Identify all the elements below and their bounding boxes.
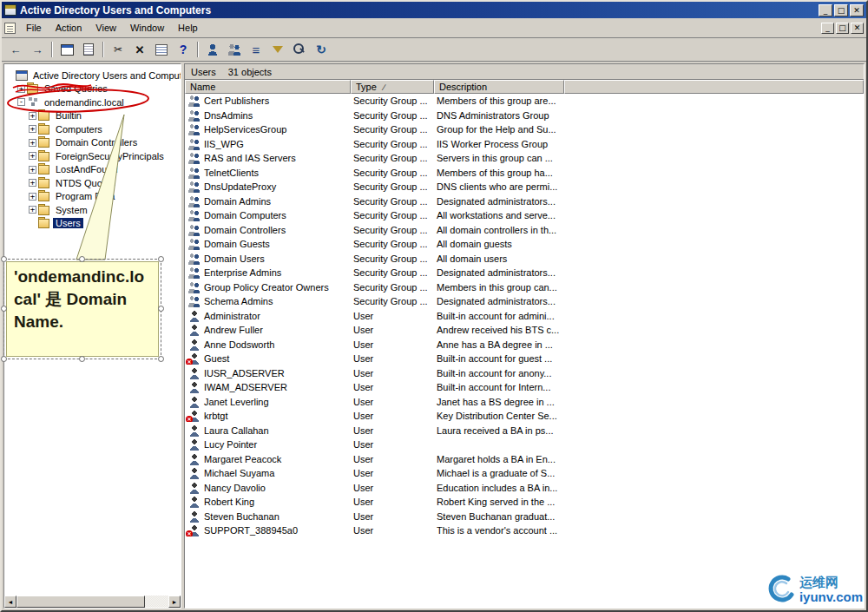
expand-toggle[interactable]: + [29, 152, 36, 160]
list-row-ras-and-ias-servers[interactable]: RAS and IAS Servers Security Group ... S… [185, 151, 864, 166]
list-row-lucy-pointer[interactable]: Lucy Pointer User [185, 438, 864, 452]
help-button[interactable] [173, 40, 194, 60]
list-row-robert-king[interactable]: Robert King User Robert King served in t… [185, 495, 864, 510]
tree-item-ntds-quotas[interactable]: + NTDS Quotas [4, 176, 181, 190]
column-header-description[interactable]: Description [434, 80, 564, 94]
refresh-button[interactable] [311, 40, 332, 60]
back-button[interactable] [5, 40, 26, 60]
list-row-steven-buchanan[interactable]: Steven Buchanan User Steven Buchanan gra… [185, 510, 864, 524]
tree-item-domain-controllers[interactable]: + Domain Controllers [4, 136, 181, 150]
expand-toggle[interactable]: + [29, 112, 36, 120]
menu-view[interactable]: View [89, 20, 123, 36]
cut-button[interactable] [108, 40, 128, 60]
scroll-right-button[interactable]: ► [168, 596, 181, 608]
column-header-type[interactable]: Type ∕ [351, 80, 434, 94]
row-type: Security Group ... [351, 196, 434, 207]
row-name: Schema Admins [204, 296, 273, 306]
list-row-krbtgt[interactable]: krbtgt User Key Distribution Center Se..… [185, 409, 864, 424]
list-row-anne-dodsworth[interactable]: Anne Dodsworth User Anne has a BA degree… [185, 338, 864, 352]
expand-toggle[interactable]: + [29, 125, 36, 133]
scroll-left-button[interactable]: ◄ [4, 596, 16, 608]
row-type: User [351, 425, 434, 436]
list-row-andrew-fuller[interactable]: Andrew Fuller User Andrew received his B… [185, 323, 864, 338]
folder-icon [38, 110, 50, 121]
row-description: All domain users [434, 253, 864, 264]
row-type: Security Group ... [351, 253, 434, 264]
list-row-margaret-peacock[interactable]: Margaret Peacock User Margaret holds a B… [185, 452, 864, 467]
list-row-iwam-adserver[interactable]: IWAM_ADSERVER User Built-in account for … [185, 380, 864, 395]
horizontal-scrollbar[interactable]: ◄ ► [4, 596, 181, 608]
list-row-domain-admins[interactable]: Domain Admins Security Group ... Designa… [185, 194, 864, 209]
list-row-dnsadmins[interactable]: DnsAdmins Security Group ... DNS Adminis… [185, 109, 864, 123]
list-row-laura-callahan[interactable]: Laura Callahan User Laura received a BA … [185, 424, 864, 438]
expand-toggle[interactable]: + [29, 139, 36, 147]
delete-button[interactable] [129, 40, 150, 60]
list-row-administrator[interactable]: Administrator User Built-in account for … [185, 309, 864, 324]
user-add-icon [208, 43, 217, 56]
list-row-michael-suyama[interactable]: Michael Suyama User Michael is a graduat… [185, 466, 864, 481]
disabled-user-icon [188, 352, 201, 365]
show-console-tree-button[interactable] [56, 40, 77, 60]
list-row-helpservicesgroup[interactable]: HelpServicesGroup Security Group ... Gro… [185, 122, 864, 137]
tree-item-users[interactable]: Users [4, 217, 181, 231]
list-row-dnsupdateproxy[interactable]: DnsUpdateProxy Security Group ... DNS cl… [185, 180, 864, 194]
expand-toggle[interactable]: + [29, 206, 36, 214]
list-row-domain-users[interactable]: Domain Users Security Group ... All doma… [185, 252, 864, 267]
menu-file[interactable]: File [19, 20, 49, 36]
list-row-telnetclients[interactable]: TelnetClients Security Group ... Members… [185, 166, 864, 181]
tree-item-active-directory-users-and-computer[interactable]: Active Directory Users and Computer [4, 69, 181, 82]
list-row-domain-controllers[interactable]: Domain Controllers Security Group ... Al… [185, 223, 864, 238]
menu-help[interactable]: Help [171, 20, 205, 36]
menu-window[interactable]: Window [123, 20, 171, 36]
list-row-enterprise-admins[interactable]: Enterprise Admins Security Group ... Des… [185, 266, 864, 280]
scrollbar-track[interactable] [16, 596, 168, 608]
folder-icon [38, 124, 50, 135]
find-button[interactable] [289, 40, 310, 60]
new-user-button[interactable] [202, 40, 223, 60]
list-row-support-388945a0[interactable]: SUPPORT_388945a0 User This is a vendor's… [185, 523, 864, 538]
list-row-group-policy-creator-owners[interactable]: Group Policy Creator Owners Security Gro… [185, 280, 864, 295]
close-button[interactable]: ✕ [850, 4, 864, 16]
list-row-janet-leverling[interactable]: Janet Leverling User Janet has a BS degr… [185, 395, 864, 410]
filter-button[interactable] [267, 40, 288, 60]
expand-toggle[interactable]: + [29, 166, 36, 174]
expand-toggle[interactable]: + [17, 85, 25, 93]
list-row-guest[interactable]: Guest User Built-in account for guest ..… [185, 352, 864, 366]
expand-toggle[interactable]: - [17, 98, 25, 106]
tree-item-foreignsecurityprincipals[interactable]: + ForeignSecurityPrincipals [4, 149, 181, 163]
tree-item-system[interactable]: + System [4, 203, 181, 217]
column-header-name[interactable]: Name [185, 80, 351, 94]
expand-toggle[interactable]: + [29, 179, 36, 187]
row-type: User [351, 353, 434, 364]
tree-item-ondemandinc-local[interactable]: - ondemandinc.local [4, 95, 181, 109]
list-row-iis-wpg[interactable]: IIS_WPG Security Group ... IIS Worker Pr… [185, 137, 864, 152]
tree-item-lostandfound[interactable]: + LostAndFound [4, 163, 181, 177]
list-row-nancy-davolio[interactable]: Nancy Davolio User Education includes a … [185, 481, 864, 496]
child-close-button[interactable]: ✕ [851, 23, 864, 34]
list-row-cert-publishers[interactable]: Cert Publishers Security Group ... Membe… [185, 94, 864, 109]
list-row-iusr-adserver[interactable]: IUSR_ADSERVER User Built-in account for … [185, 366, 864, 381]
maximize-button[interactable]: □ [834, 4, 848, 16]
export-list-button[interactable] [151, 40, 172, 60]
row-description: Servers in this group can ... [434, 153, 864, 163]
child-restore-button[interactable]: □ [836, 23, 849, 34]
list-row-schema-admins[interactable]: Schema Admins Security Group ... Designa… [185, 294, 864, 309]
list-row-domain-computers[interactable]: Domain Computers Security Group ... All … [185, 208, 864, 223]
list-row-domain-guests[interactable]: Domain Guests Security Group ... All dom… [185, 237, 864, 252]
new-group-button[interactable] [224, 40, 245, 60]
child-minimize-button[interactable]: _ [821, 23, 834, 34]
title-bar[interactable]: Active Directory Users and Computers _□✕ [2, 2, 866, 18]
tree-item-computers[interactable]: + Computers [4, 122, 181, 136]
selection-handle [79, 356, 85, 362]
tree-item-builtin[interactable]: + Builtin [4, 109, 181, 123]
menu-action[interactable]: Action [49, 20, 89, 36]
minimize-button[interactable]: _ [819, 4, 832, 16]
tree-item-saved-queries[interactable]: + Saved Queries [4, 82, 181, 96]
add-member-button[interactable] [246, 40, 266, 60]
list-rows: Cert Publishers Security Group ... Membe… [185, 94, 864, 608]
expand-toggle[interactable]: + [29, 193, 36, 201]
scrollbar-thumb[interactable] [16, 596, 145, 608]
forward-button[interactable] [27, 40, 48, 60]
properties-button[interactable] [78, 40, 99, 60]
tree-item-program-data[interactable]: + Program Data [4, 190, 181, 204]
